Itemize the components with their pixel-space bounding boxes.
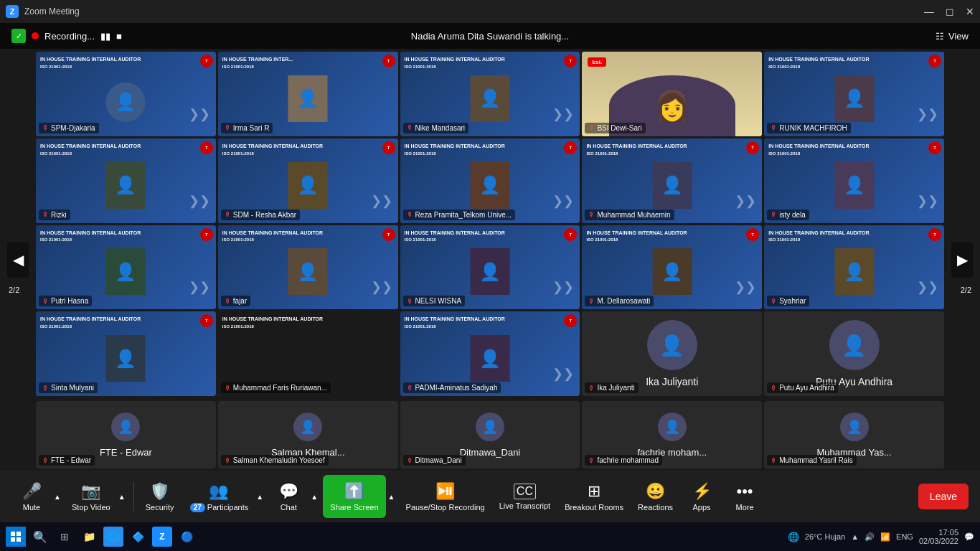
participant-name: Rizki [51,211,67,219]
video-grid: IN HOUSE TRAINING INTERNAL AUDITORISO 21… [0,49,980,399]
share-chevron[interactable]: ▲ [386,482,397,511]
video-cell-runik[interactable]: IN HOUSE TRAINING INTERNAL AUDITORISO 21… [764,52,944,136]
prev-page-arrow[interactable]: ◀ [7,242,29,278]
video-cell-rizki[interactable]: IN HOUSE TRAINING INTERNAL AUDITORISO 21… [36,138,216,223]
windows-taskbar: 🔍 ⊞ 📁 🌐 🔷 Z 🔵 🌐 26°C Hujan ▲ 🔊 📶 ENG 17:… [0,522,980,551]
participant-name-fte: FTE - Edwar [100,447,152,458]
participant-name: Nike Mandasari [415,124,465,132]
participants-chevron[interactable]: ▲ [254,482,265,511]
stop-recording-btn[interactable]: ■ [116,31,122,42]
taskbar-notification-btn[interactable]: 💬 [964,532,974,542]
participant-name: SPM-Djakaria [51,124,95,132]
video-cell-ika[interactable]: 👤 Ika Juliyanti 🎙 Ika Juliyanti [582,311,762,396]
edge-taskbar-button[interactable]: 🔷 [128,527,148,547]
close-button[interactable]: ✕ [966,6,974,17]
stop-video-button[interactable]: 📷 Stop Video [66,475,116,518]
maximize-button[interactable]: ◻ [946,6,954,17]
taskbar-right: 🌐 26°C Hujan ▲ 🔊 📶 ENG 17:05 02/03/2022 … [788,528,974,545]
start-button[interactable] [6,527,26,547]
video-cell-yasril[interactable]: 👤 Muhammad Yas... 🎙 Muhammad Yasril Rais [764,401,944,468]
name-tag-putu: 🎙 Putu Ayu Andhira [767,382,838,393]
taskbar-left: 🔍 ⊞ 📁 🌐 🔷 Z 🔵 [6,527,197,547]
next-page-arrow[interactable]: ▶ [951,242,973,278]
live-transcript-label: Live Transcript [499,501,551,510]
video-cell-faris[interactable]: IN HOUSE TRAINING INTERNAL AUDITORISO 21… [218,311,398,396]
mic-muted-icon: 🎙 [225,124,231,131]
video-cell-reza[interactable]: IN HOUSE TRAINING INTERNAL AUDITORISO 21… [400,138,580,223]
mute-chevron[interactable]: ▲ [52,482,63,511]
participant-name: Muhammad Faris Ruriawan... [233,384,327,392]
name-tag-rizki: 🎙 Rizki [39,209,70,220]
video-cell-fte[interactable]: 👤 FTE - Edwar 🎙 FTE - Edwar [36,401,216,468]
avatar-ditmawa: 👤 [476,413,504,441]
task-view-button[interactable]: ⊞ [55,527,75,547]
video-cell-padmi[interactable]: IN HOUSE TRAINING INTERNAL AUDITORISO 21… [400,311,580,396]
mic-muted-icon: 🎙 [771,211,777,218]
name-tag-bsi-dewi: 🎙 BSI Dewi-Sari [585,123,645,133]
video-cell-nike[interactable]: IN HOUSE TRAINING INTERNAL AUDITORISO 21… [400,52,580,136]
mic-muted-icon: 🎙 [771,457,777,464]
participants-button[interactable]: 👥 27 Participants [183,475,255,518]
reactions-button[interactable]: 😀 Reactions [632,475,679,518]
video-cell-syahriar[interactable]: IN HOUSE TRAINING INTERNAL AUDITORISO 21… [764,225,944,310]
security-shield-icon: ✓ [11,29,26,43]
pause-stop-recording-button[interactable]: ⏯️ Pause/Stop Recording [400,475,491,518]
people-icon: 👥 [209,482,228,501]
toolbar: 🎤 Mute ▲ 📷 Stop Video ▲ 🛡️ Security 👥 27… [0,471,980,522]
chrome-taskbar-button[interactable]: 🌐 [103,527,123,547]
pause-recording-btn[interactable]: ▮▮ [100,31,110,42]
video-cell-nelsi[interactable]: IN HOUSE TRAINING INTERNAL AUDITORISO 21… [400,225,580,310]
titlebar-controls[interactable]: — ◻ ✕ [924,6,974,17]
video-cell-salman[interactable]: 👤 Salman Khemal... 🎙 Salman Khemaludin Y… [218,401,398,468]
video-cell-putu[interactable]: 👤 Putu Ayu Andhira 🎙 Putu Ayu Andhira [764,311,944,396]
video-cell-bsi-dewi[interactable]: 👩 bsi. 🎙 BSI Dewi-Sari [582,52,762,136]
svg-rect-0 [11,532,15,536]
leave-label: Leave [930,491,957,502]
video-cell-fachrie[interactable]: 👤 fachrie moham... 🎙 fachrie mohammad [582,401,762,468]
mic-muted-icon: 🎙 [225,385,231,392]
mute-button[interactable]: 🎤 Mute [11,475,52,518]
mic-muted-icon: 🎙 [407,211,413,218]
avatar-putu: 👤 [829,320,880,370]
video-cell-della[interactable]: IN HOUSE TRAINING INTERNAL AUDITORISO 21… [582,225,762,310]
leave-button[interactable]: Leave [918,484,969,509]
breakout-rooms-button[interactable]: ⊞ Breakout Rooms [559,475,629,518]
video-cell-isty[interactable]: IN HOUSE TRAINING INTERNAL AUDITORISO 21… [764,138,944,223]
chat-button[interactable]: 💬 Chat [268,475,308,518]
mic-muted-icon: 🎙 [771,124,777,131]
video-cell-ditmawa[interactable]: 👤 Ditmawa_Dani 🎙 Ditmawa_Dani [400,401,580,468]
chat-chevron[interactable]: ▲ [308,482,320,511]
video-chevron[interactable]: ▲ [116,482,128,511]
name-tag-reza: 🎙 Reza Pramita_Telkom Unive... [403,209,516,220]
participant-name: Sinta Mulyani [51,384,94,392]
recording-dot [32,32,39,39]
video-cell-irma[interactable]: IN HOUSE TRAINING INTER...ISO 21001:2018… [218,52,398,136]
live-transcript-button[interactable]: CC Live Transcript [494,475,557,518]
grid-icon: ☷ [936,31,944,42]
clock-date: 02/03/2022 [919,537,958,545]
search-taskbar-button[interactable]: 🔍 [30,527,50,547]
svg-rect-1 [17,532,21,536]
file-explorer-button[interactable]: 📁 [79,527,99,547]
share-screen-button[interactable]: ⬆️ Share Screen [323,475,385,518]
apps-button[interactable]: ⚡ Apps [682,475,722,518]
name-tag-nelsi: 🎙 NELSI WISNA [403,296,465,306]
video-cell-resha[interactable]: IN HOUSE TRAINING INTERNAL AUDITORISO 21… [218,138,398,223]
participant-name: Irma Sari R [233,124,270,132]
minimize-button[interactable]: — [924,6,934,17]
video-cell-sinta[interactable]: IN HOUSE TRAINING INTERNAL AUDITORISO 21… [36,311,216,396]
security-button[interactable]: 🛡️ Security [140,475,180,518]
more-button[interactable]: ••• More [725,475,765,518]
view-button[interactable]: ☷ View [936,31,969,42]
app-taskbar-button[interactable]: 🔵 [176,527,197,547]
mic-muted-icon: 🎙 [42,298,49,305]
video-cell-putri[interactable]: IN HOUSE TRAINING INTERNAL AUDITORISO 21… [36,225,216,310]
participant-name: Muhammad Yasril Rais [779,456,852,464]
zoom-taskbar-button[interactable]: Z [152,527,172,547]
talking-text: Nadia Aruma Dita Suwandi is talking... [411,31,569,42]
video-cell-spm-djakaria[interactable]: IN HOUSE TRAINING INTERNAL AUDITORISO 21… [36,52,216,136]
video-cell-fajar[interactable]: IN HOUSE TRAINING INTERNAL AUDITORISO 21… [218,225,398,310]
mic-muted-icon: 🎙 [407,457,413,464]
video-cell-muhaemin[interactable]: IN HOUSE TRAINING INTERNAL AUDITORISO 21… [582,138,762,223]
breakout-rooms-icon: ⊞ [588,482,600,501]
